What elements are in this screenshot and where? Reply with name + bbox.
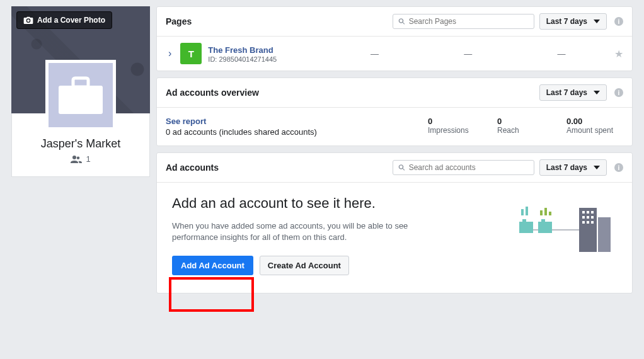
add-cover-photo-button[interactable]: Add a Cover Photo: [16, 11, 112, 29]
search-icon: [398, 164, 405, 171]
info-icon[interactable]: i: [614, 17, 623, 26]
page-avatar: T: [180, 43, 202, 64]
pages-search-input[interactable]: [409, 17, 529, 26]
page-id: ID: 298504014271445: [208, 55, 321, 63]
info-icon[interactable]: i: [614, 163, 623, 172]
svg-rect-11: [587, 221, 589, 224]
cover-photo-area: Add a Cover Photo: [11, 6, 150, 113]
metric-reach: 0 Reach: [497, 117, 554, 137]
chevron-down-icon: [594, 20, 600, 23]
ad-accounts-range-dropdown[interactable]: Last 7 days: [539, 159, 607, 176]
svg-rect-6: [591, 211, 594, 214]
svg-rect-16: [540, 210, 543, 215]
expand-chevron-icon[interactable]: ›: [166, 48, 174, 59]
ad-accounts-panel: Ad accounts Last 7 days i Add an ad acco…: [156, 152, 633, 293]
page-row: › T The Fresh Brand ID: 298504014271445 …: [157, 37, 632, 71]
pages-title: Pages: [166, 16, 192, 26]
svg-rect-3: [598, 217, 611, 252]
empty-state-title: Add an ad account to see it here.: [172, 195, 478, 212]
people-icon: [71, 156, 82, 163]
overview-panel: Ad accounts overview Last 7 days i See r…: [156, 77, 633, 146]
metric-impressions: 0 Impressions: [428, 117, 485, 137]
create-ad-account-button[interactable]: Create Ad Account: [260, 256, 349, 275]
empty-state-description: When you have added some ad accounts, yo…: [172, 220, 424, 243]
ad-accounts-search-input[interactable]: [409, 163, 529, 172]
org-name: Jasper's Market: [18, 137, 143, 151]
svg-rect-15: [526, 207, 528, 215]
page-name-link[interactable]: The Fresh Brand: [208, 45, 273, 55]
svg-rect-8: [587, 216, 589, 219]
svg-rect-4: [582, 211, 585, 214]
info-icon[interactable]: i: [614, 88, 623, 97]
svg-rect-1: [73, 78, 88, 87]
svg-rect-17: [544, 208, 547, 215]
svg-rect-18: [549, 212, 551, 215]
overview-title: Ad accounts overview: [166, 88, 259, 98]
see-report-link[interactable]: See report: [166, 117, 415, 126]
avatar: [45, 60, 116, 130]
star-icon[interactable]: ★: [614, 48, 623, 60]
svg-rect-0: [59, 86, 103, 114]
svg-rect-2: [579, 208, 597, 252]
pages-search[interactable]: [393, 14, 534, 29]
chevron-down-icon: [594, 166, 600, 169]
main-column: Pages Last 7 days i › T The Fresh Brand …: [156, 6, 633, 293]
member-count: 1: [18, 154, 143, 164]
svg-rect-10: [582, 221, 585, 224]
overview-subtext: 0 ad accounts (includes shared accounts): [166, 127, 415, 137]
cover-button-label: Add a Cover Photo: [37, 16, 105, 25]
ad-accounts-search[interactable]: [393, 160, 534, 175]
metric-amount-spent: 0.00 Amount spent: [566, 117, 623, 137]
camera-icon: [23, 16, 33, 25]
empty-state-illustration: [491, 195, 617, 258]
svg-rect-5: [587, 211, 589, 214]
sidebar: Add a Cover Photo Jasper's Market 1: [11, 6, 150, 293]
overview-range-dropdown[interactable]: Last 7 days: [539, 84, 607, 101]
briefcase-icon: [55, 73, 106, 117]
pages-range-dropdown[interactable]: Last 7 days: [539, 13, 607, 30]
chevron-down-icon: [594, 91, 600, 94]
svg-rect-12: [591, 221, 594, 224]
svg-rect-7: [582, 216, 585, 219]
ad-accounts-title: Ad accounts: [166, 162, 219, 173]
page-metrics: — — —: [328, 49, 608, 59]
svg-rect-14: [521, 209, 524, 215]
svg-rect-9: [591, 216, 594, 219]
pages-panel: Pages Last 7 days i › T The Fresh Brand …: [156, 6, 633, 71]
add-ad-account-button[interactable]: Add Ad Account: [172, 256, 253, 275]
search-icon: [398, 18, 405, 25]
